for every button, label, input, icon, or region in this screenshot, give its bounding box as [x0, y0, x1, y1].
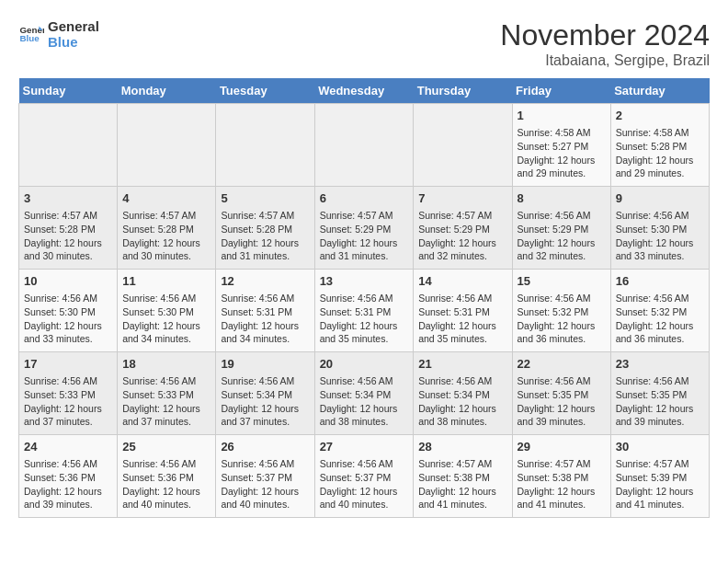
- day-content: Sunset: 5:37 PM: [221, 471, 309, 485]
- header-cell-tuesday: Tuesday: [216, 78, 314, 104]
- day-number: 29: [518, 439, 606, 455]
- day-number: 25: [122, 439, 210, 455]
- calendar-cell: 6Sunrise: 4:57 AMSunset: 5:29 PMDaylight…: [314, 187, 414, 270]
- day-number: 21: [418, 356, 506, 373]
- calendar-cell: [216, 104, 314, 187]
- day-content: Daylight: 12 hours and 39 minutes.: [616, 402, 704, 429]
- day-content: Sunset: 5:31 PM: [221, 305, 309, 319]
- day-content: Daylight: 12 hours and 36 minutes.: [518, 319, 606, 346]
- calendar-week-4: 17Sunrise: 4:56 AMSunset: 5:33 PMDayligh…: [19, 352, 710, 435]
- day-number: 22: [518, 356, 606, 373]
- day-content: Sunset: 5:31 PM: [418, 305, 506, 319]
- calendar-cell: 9Sunrise: 4:56 AMSunset: 5:30 PMDaylight…: [610, 187, 709, 270]
- day-content: Daylight: 12 hours and 37 minutes.: [221, 402, 309, 429]
- day-content: Sunrise: 4:56 AM: [24, 457, 112, 471]
- day-content: Sunrise: 4:56 AM: [518, 209, 606, 223]
- day-content: Sunset: 5:34 PM: [418, 388, 506, 402]
- calendar-cell: 26Sunrise: 4:56 AMSunset: 5:37 PMDayligh…: [216, 435, 314, 518]
- day-content: Sunset: 5:35 PM: [616, 388, 704, 402]
- calendar-cell: 17Sunrise: 4:56 AMSunset: 5:33 PMDayligh…: [19, 352, 118, 435]
- day-content: Sunset: 5:32 PM: [518, 305, 606, 319]
- day-content: Sunrise: 4:56 AM: [616, 292, 704, 305]
- day-content: Daylight: 12 hours and 41 minutes.: [616, 485, 704, 511]
- day-content: Daylight: 12 hours and 32 minutes.: [518, 236, 606, 263]
- day-content: Daylight: 12 hours and 39 minutes.: [24, 485, 112, 511]
- day-content: Daylight: 12 hours and 41 minutes.: [418, 485, 506, 511]
- calendar-cell: 8Sunrise: 4:56 AMSunset: 5:29 PMDaylight…: [512, 187, 610, 270]
- day-number: 2: [616, 108, 704, 124]
- day-content: Sunset: 5:38 PM: [518, 471, 606, 485]
- page-subtitle: Itabaiana, Sergipe, Brazil: [500, 52, 710, 69]
- day-number: 28: [418, 439, 506, 455]
- day-number: 26: [221, 439, 309, 455]
- day-content: Sunrise: 4:56 AM: [320, 374, 409, 388]
- svg-text:Blue: Blue: [19, 33, 40, 43]
- day-number: 9: [616, 190, 704, 207]
- day-number: 27: [320, 439, 409, 455]
- day-content: Daylight: 12 hours and 35 minutes.: [418, 319, 506, 346]
- day-number: 10: [24, 273, 112, 290]
- page-header: General Blue General Blue November 2024 …: [18, 18, 710, 69]
- day-content: Sunset: 5:29 PM: [320, 223, 409, 236]
- calendar-cell: 10Sunrise: 4:56 AMSunset: 5:30 PMDayligh…: [19, 270, 118, 352]
- calendar-cell: 2Sunrise: 4:58 AMSunset: 5:28 PMDaylight…: [610, 104, 709, 187]
- day-content: Sunset: 5:38 PM: [418, 471, 506, 485]
- day-content: Sunset: 5:37 PM: [320, 471, 409, 485]
- calendar-week-1: 1Sunrise: 4:58 AMSunset: 5:27 PMDaylight…: [19, 104, 710, 187]
- day-number: 19: [221, 356, 309, 373]
- header-cell-friday: Friday: [512, 78, 610, 104]
- calendar-cell: 29Sunrise: 4:57 AMSunset: 5:38 PMDayligh…: [512, 435, 610, 518]
- day-number: 18: [122, 356, 210, 373]
- calendar-cell: 12Sunrise: 4:56 AMSunset: 5:31 PMDayligh…: [216, 270, 314, 352]
- day-number: 20: [320, 356, 409, 373]
- logo-icon: General Blue: [18, 21, 44, 47]
- day-content: Sunrise: 4:56 AM: [221, 292, 309, 305]
- day-content: Sunrise: 4:57 AM: [518, 457, 606, 471]
- day-content: Daylight: 12 hours and 30 minutes.: [122, 236, 210, 263]
- logo: General Blue General Blue: [18, 18, 99, 50]
- day-content: Sunrise: 4:57 AM: [418, 457, 506, 471]
- day-content: Sunset: 5:35 PM: [518, 388, 606, 402]
- day-content: Sunset: 5:28 PM: [24, 223, 112, 236]
- title-block: November 2024 Itabaiana, Sergipe, Brazil: [500, 18, 710, 69]
- day-content: Sunset: 5:36 PM: [122, 471, 210, 485]
- calendar-cell: [314, 104, 414, 187]
- calendar-cell: 3Sunrise: 4:57 AMSunset: 5:28 PMDaylight…: [19, 187, 118, 270]
- day-content: Sunrise: 4:56 AM: [122, 374, 210, 388]
- day-number: 7: [418, 190, 506, 207]
- calendar-cell: [118, 104, 216, 187]
- day-content: Sunset: 5:30 PM: [24, 305, 112, 319]
- day-number: 12: [221, 273, 309, 290]
- calendar-week-2: 3Sunrise: 4:57 AMSunset: 5:28 PMDaylight…: [19, 187, 710, 270]
- day-content: Sunrise: 4:57 AM: [616, 457, 704, 471]
- day-content: Sunset: 5:33 PM: [122, 388, 210, 402]
- day-content: Sunrise: 4:56 AM: [122, 457, 210, 471]
- day-content: Daylight: 12 hours and 40 minutes.: [122, 485, 210, 511]
- day-content: Sunrise: 4:56 AM: [616, 209, 704, 223]
- header-cell-monday: Monday: [118, 78, 216, 104]
- day-content: Sunset: 5:30 PM: [616, 223, 704, 236]
- day-content: Daylight: 12 hours and 41 minutes.: [518, 485, 606, 511]
- calendar-cell: 19Sunrise: 4:56 AMSunset: 5:34 PMDayligh…: [216, 352, 314, 435]
- day-number: 14: [418, 273, 506, 290]
- day-number: 13: [320, 273, 409, 290]
- day-content: Sunrise: 4:58 AM: [616, 126, 704, 140]
- day-content: Daylight: 12 hours and 37 minutes.: [122, 402, 210, 429]
- day-content: Sunrise: 4:56 AM: [24, 292, 112, 305]
- day-content: Sunset: 5:39 PM: [616, 471, 704, 485]
- day-content: Daylight: 12 hours and 38 minutes.: [320, 402, 409, 429]
- header-cell-sunday: Sunday: [19, 78, 118, 104]
- calendar-table: SundayMondayTuesdayWednesdayThursdayFrid…: [18, 78, 710, 518]
- day-content: Sunrise: 4:56 AM: [320, 457, 409, 471]
- day-number: 23: [616, 356, 704, 373]
- day-content: Sunset: 5:29 PM: [518, 223, 606, 236]
- day-content: Sunset: 5:36 PM: [24, 471, 112, 485]
- calendar-cell: 23Sunrise: 4:56 AMSunset: 5:35 PMDayligh…: [610, 352, 709, 435]
- day-content: Sunrise: 4:57 AM: [221, 209, 309, 223]
- day-content: Sunset: 5:27 PM: [518, 140, 606, 154]
- day-content: Sunrise: 4:58 AM: [518, 126, 606, 140]
- day-content: Daylight: 12 hours and 33 minutes.: [24, 319, 112, 346]
- day-content: Sunset: 5:34 PM: [221, 388, 309, 402]
- day-number: 8: [518, 190, 606, 207]
- day-content: Daylight: 12 hours and 30 minutes.: [24, 236, 112, 263]
